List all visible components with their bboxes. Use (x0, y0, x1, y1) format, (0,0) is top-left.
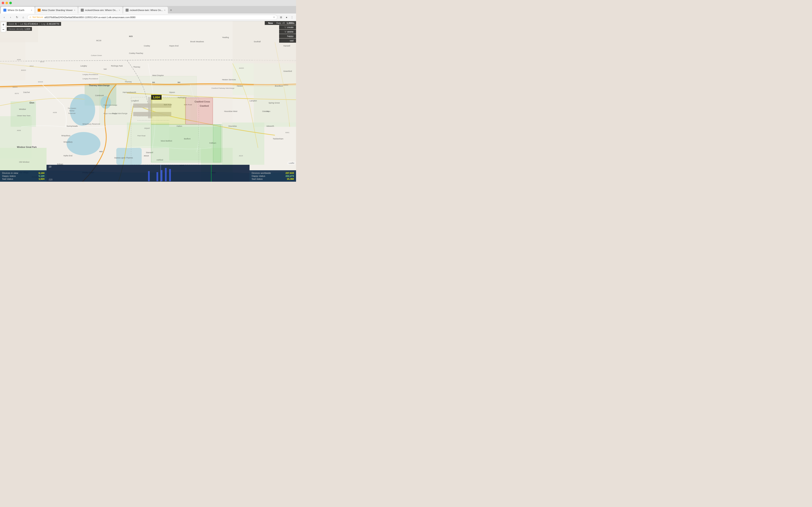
extensions-icon[interactable]: ⊞ (279, 15, 283, 20)
svg-text:Heston Services: Heston Services (222, 78, 236, 81)
devices-worldwide-row: Devices worldwide 237,633 (252, 172, 294, 174)
svg-text:Greenford: Greenford (283, 70, 292, 72)
delete-key: 'd' (285, 31, 287, 33)
svg-text:Cowley Peachey: Cowley Peachey (129, 52, 143, 54)
sad-button[interactable]: sad (279, 39, 296, 43)
chart-inner: -320 -10 (47, 165, 250, 182)
zoom-in-button[interactable]: + (1, 22, 6, 27)
tab-close-3[interactable]: × (119, 9, 120, 11)
happy-status-right-row: Happy status 222,273 (252, 174, 294, 177)
svg-text:A3002: A3002 (283, 84, 289, 86)
rate-bar: New Rate +R 1,000/s (265, 21, 296, 25)
profile-icon[interactable]: ● (284, 15, 289, 20)
svg-rect-13 (116, 148, 142, 165)
lng-value: -0.46109770 (46, 22, 59, 25)
svg-text:Hanwell: Hanwell (283, 45, 290, 47)
svg-text:B361: B361 (286, 131, 290, 133)
lat-value: 51.47140414 (24, 22, 38, 25)
svg-text:A3113: A3113 (144, 155, 149, 157)
browser-chrome: Where On Earth × Akka Cluster Sharding V… (0, 0, 296, 21)
bottom-stats: Devices in view 6,144 Happy status 5,120… (0, 170, 296, 182)
new-label: New (268, 22, 273, 24)
tab-favicon-1 (3, 9, 6, 12)
zone-green-upper (99, 76, 197, 125)
stats-right-panel: Devices worldwide 237,633 Happy status 2… (250, 170, 296, 182)
bottom-chart: -320 -10 (47, 165, 250, 182)
svg-rect-125 (165, 168, 167, 181)
tab-close-1[interactable]: × (31, 9, 32, 11)
zoom-out-button[interactable]: − (1, 27, 6, 32)
back-button[interactable]: ‹ (2, 15, 7, 20)
tab-akka[interactable]: Akka Cluster Sharding Viewer × (35, 7, 78, 13)
svg-text:A4020: A4020 (239, 67, 244, 69)
zoom-value: 6 (15, 22, 16, 25)
lat-info: Lat 51.47140414 (18, 22, 40, 26)
svg-text:A308: A308 (17, 129, 21, 131)
svg-text:B470: B470 (40, 61, 44, 63)
happy-status-left-value: 5,120 (39, 175, 44, 177)
tab-woe-twin[interactable]: mckeeh3/woe-twin: Where On... × (123, 7, 168, 13)
bookmark-icon[interactable]: ☆ (273, 16, 275, 18)
svg-text:Hounslow: Hounslow (229, 125, 237, 127)
tab-woe-sim[interactable]: mckeeh3/woe-sim: Where On... × (78, 7, 123, 13)
close-button[interactable] (2, 2, 4, 4)
menu-icon[interactable]: ⋮ (290, 15, 294, 20)
svg-rect-3 (11, 101, 36, 127)
tab-close-4[interactable]: × (164, 9, 165, 11)
svg-text:Langley Roundabout: Langley Roundabout (83, 73, 98, 75)
svg-text:B3026: B3026 (38, 81, 43, 83)
svg-text:Cowley: Cowley (144, 45, 150, 47)
svg-text:Yeading: Yeading (222, 36, 229, 39)
svg-text:Southall: Southall (254, 41, 261, 43)
minimize-button[interactable] (5, 2, 8, 4)
rate-value: 1,000/s (287, 22, 294, 24)
svg-text:M25: M25 (99, 151, 103, 153)
svg-point-12 (67, 132, 100, 155)
sad-status-right-value: 15,360 (287, 178, 294, 180)
reload-button[interactable]: ↻ (14, 15, 19, 20)
density-label: Device density (8, 28, 24, 30)
home-button[interactable]: ⌂ (21, 15, 26, 20)
delete-button[interactable]: 'd' delete (279, 30, 296, 34)
svg-text:Windsor: Windsor (19, 108, 26, 110)
density-value: 1,024 (24, 28, 31, 30)
svg-rect-124 (161, 170, 162, 181)
new-tab-button[interactable]: + (168, 7, 173, 13)
happy-status-right-label: Happy status (252, 175, 265, 177)
svg-text:Twickenham: Twickenham (273, 138, 283, 140)
svg-text:A308: A308 (53, 112, 57, 113)
svg-rect-16 (0, 38, 26, 80)
zone-green-right (213, 124, 222, 162)
forward-button[interactable]: › (8, 15, 13, 20)
security-icon: ⚠ (30, 16, 31, 18)
svg-text:Brook Meadows: Brook Meadows (190, 41, 204, 43)
happy-button[interactable]: happy (279, 34, 296, 38)
svg-text:The Queen: The Queen (68, 107, 76, 109)
map-info-bar: Zoom 6 Lat 51.47140414 Lng -0.46109770 (7, 22, 61, 26)
svg-text:Park Road: Park Road (138, 135, 146, 137)
zoom-controls-container: + − (1, 22, 6, 32)
lng-info: Lng -0.46109770 (40, 22, 61, 26)
svg-text:A412: A412 (30, 65, 34, 67)
svg-text:Cranford Parkway Interchange: Cranford Parkway Interchange (211, 87, 235, 89)
svg-text:Hayes End: Hayes End (169, 45, 179, 47)
chart-min-label: -320 (48, 178, 52, 181)
fullscreen-button[interactable] (9, 2, 12, 4)
create-button[interactable]: 'c' create (279, 25, 296, 30)
svg-text:Airport: Airport (144, 127, 150, 129)
happy-status-left-label: Happy status (2, 175, 16, 177)
map-container[interactable]: Airport Thorney Interchange Harmondswort… (0, 21, 296, 182)
rate-text: Rate +R (276, 22, 285, 24)
svg-rect-122 (148, 171, 150, 181)
tabs-bar: Where On Earth × Akka Cluster Sharding V… (0, 6, 296, 13)
svg-text:Reservoir: Reservoir (68, 112, 76, 114)
zoom-buttons: + − (1, 22, 6, 32)
url-bar[interactable]: ⚠ Not Secure a91076d00ad1f4342befdaf380d… (27, 15, 277, 20)
devices-worldwide-value: 237,633 (286, 172, 294, 174)
delete-label: delete (287, 31, 294, 33)
tab-where-on-earth[interactable]: Where On Earth × (1, 7, 35, 13)
svg-text:Mother: Mother (69, 110, 74, 112)
tab-close-2[interactable]: × (74, 9, 75, 11)
svg-text:Wraysbury Reservoir: Wraysbury Reservoir (83, 123, 100, 125)
stats-left-panel: Devices in view 6,144 Happy status 5,120… (0, 170, 47, 182)
